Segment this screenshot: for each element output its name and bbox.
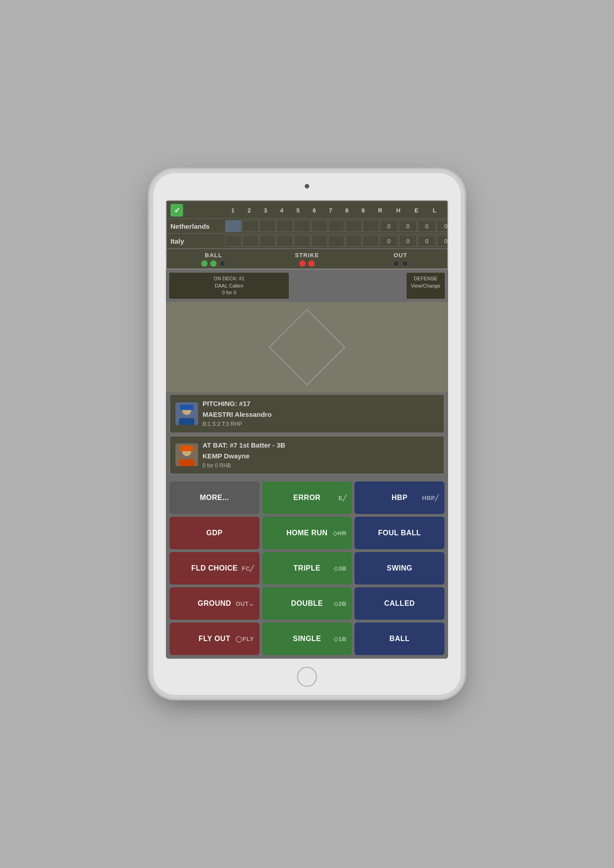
ground-button[interactable]: GROUND OUT⌄ (170, 587, 260, 620)
out-section: OUT (354, 252, 447, 267)
col-r: R (371, 207, 389, 214)
flyout-icon: ◯FLY (236, 635, 254, 642)
col-8: 8 (339, 207, 355, 214)
netherlands-cell-4 (277, 220, 293, 232)
col-h: H (389, 207, 407, 214)
more-button[interactable]: MORE... (170, 481, 260, 514)
hbp-label: HBP (392, 494, 407, 502)
col-7: 7 (322, 207, 339, 214)
team-row-italy: Italy 0 0 0 0 (167, 233, 447, 248)
error-button[interactable]: ERROR E╱ (262, 481, 352, 514)
italy-e: 0 (418, 235, 436, 247)
on-deck-stats: 0 for 0 (174, 289, 284, 296)
gdp-button[interactable]: GDP (170, 517, 260, 549)
out-dots (354, 260, 447, 267)
batter-name: KEMP Dwayne (203, 451, 285, 462)
ball-section: BALL (167, 252, 260, 267)
ball-dot-1 (201, 260, 208, 267)
italy-cell-9 (363, 235, 379, 247)
single-button[interactable]: SINGLE ◇1B (262, 623, 352, 655)
homerun-icon: ◇HR (333, 529, 346, 536)
homerun-button[interactable]: HOME RUN ◇HR (262, 517, 352, 549)
netherlands-e: 0 (418, 220, 436, 232)
pitcher-label: PITCHING: #17 (203, 398, 272, 409)
ball-dot-2 (210, 260, 217, 267)
italy-cell-4 (277, 235, 293, 247)
fldchoice-label: FLD CHOICE (191, 564, 238, 572)
netherlands-cell-7 (328, 220, 345, 232)
called-label: CALLED (384, 599, 415, 608)
gdp-label: GDP (206, 529, 222, 537)
strike-dots (260, 260, 354, 267)
called-button[interactable]: CALLED (354, 587, 444, 620)
homerun-label: HOME RUN (286, 529, 327, 537)
pitcher-card: PITCHING: #17 MAESTRI Alessandro B:1 S:2… (170, 394, 444, 433)
double-label: DOUBLE (291, 599, 323, 608)
team-name-netherlands: Netherlands (170, 222, 225, 230)
hbp-button[interactable]: HBP HBP╱ (354, 481, 444, 514)
team-name-italy: Italy (170, 237, 225, 245)
svg-rect-3 (180, 405, 194, 410)
flyout-button[interactable]: FLY OUT ◯FLY (170, 623, 260, 655)
team-row-netherlands: Netherlands 0 0 0 0 (167, 218, 447, 233)
netherlands-cell-2 (242, 220, 259, 232)
flyout-label: FLY OUT (198, 635, 230, 643)
field-diamond (269, 309, 345, 386)
single-icon: ◇1B (334, 635, 346, 642)
defense-button[interactable]: DEFENSE View/Change (406, 272, 445, 299)
info-row: ON DECK: #1 DAAL Calten 0 for 0 DEFENSE … (166, 269, 448, 302)
col-l: L (425, 207, 444, 214)
svg-rect-2 (179, 418, 194, 425)
netherlands-cell-5 (294, 220, 310, 232)
fldchoice-icon: FC╱ (242, 565, 254, 571)
batter-card: AT BAT: #7 1st Batter - 3B KEMP Dwayne 0… (170, 436, 444, 474)
ball-button[interactable]: BALL (354, 623, 444, 655)
triple-button[interactable]: TRIPLE ◇3B (262, 552, 352, 585)
foulball-label: FOUL BALL (378, 529, 421, 537)
italy-cell-6 (311, 235, 327, 247)
netherlands-cell-9 (363, 220, 379, 232)
pitcher-info: PITCHING: #17 MAESTRI Alessandro B:1 S:2… (203, 398, 272, 429)
netherlands-cells: 0 0 0 0 (225, 220, 448, 232)
col-e: E (407, 207, 425, 214)
col-3: 3 (257, 207, 274, 214)
field-area (166, 302, 448, 392)
tablet-device: ✓ 1 2 3 4 5 6 7 8 9 R H E L (153, 173, 461, 695)
out-label: OUT (354, 252, 447, 259)
italy-cell-3 (260, 235, 276, 247)
italy-cell-5 (294, 235, 310, 247)
col-9: 9 (355, 207, 371, 214)
hbp-icon: HBP╱ (422, 494, 439, 501)
netherlands-cell-1 (225, 220, 241, 232)
italy-cell-1 (225, 235, 241, 247)
double-button[interactable]: DOUBLE ◇2B (262, 587, 352, 620)
swing-button[interactable]: SWING (354, 552, 444, 585)
batter-avatar (175, 443, 198, 466)
netherlands-l: 0 (437, 220, 448, 232)
swing-label: SWING (387, 564, 412, 572)
italy-cells: 0 0 0 0 (225, 235, 448, 247)
netherlands-r: 0 (380, 220, 398, 232)
ground-label: GROUND (198, 599, 231, 608)
fldchoice-button[interactable]: FLD CHOICE FC╱ (170, 552, 260, 585)
defense-sub: View/Change (411, 283, 440, 289)
action-buttons-grid: MORE... ERROR E╱ HBP HBP╱ GDP HOME RUN ◇… (166, 478, 448, 659)
strike-section: STRIKE (260, 252, 354, 267)
italy-cell-2 (242, 235, 259, 247)
batter-info: AT BAT: #7 1st Batter - 3B KEMP Dwayne 0… (203, 440, 285, 470)
triple-label: TRIPLE (293, 564, 321, 572)
ball-dot-3 (219, 260, 226, 267)
error-icon: E╱ (339, 494, 347, 501)
defense-label: DEFENSE (411, 275, 440, 282)
col-5: 5 (290, 207, 306, 214)
batter-stats: 0 for 0 RHB (203, 462, 285, 470)
camera-dot (305, 184, 309, 189)
score-header: ✓ 1 2 3 4 5 6 7 8 9 R H E L (167, 201, 447, 218)
foulball-button[interactable]: FOUL BALL (354, 517, 444, 549)
scoreboard: ✓ 1 2 3 4 5 6 7 8 9 R H E L (166, 200, 448, 269)
pitcher-name: MAESTRI Alessandro (203, 409, 272, 420)
on-deck-name: DAAL Calten (174, 283, 284, 289)
home-button[interactable] (297, 667, 317, 687)
score-column-headers: 1 2 3 4 5 6 7 8 9 R H E L (187, 207, 444, 214)
col-6: 6 (306, 207, 322, 214)
